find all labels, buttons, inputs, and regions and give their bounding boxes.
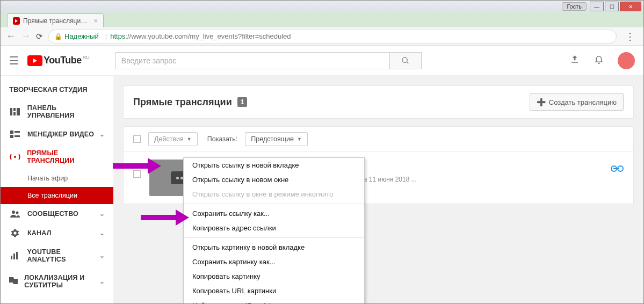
- sidebar-item-dashboard[interactable]: ПАНЕЛЬ УПРАВЛЕНИЯ: [1, 99, 113, 125]
- gear-icon: [9, 229, 21, 237]
- actions-label: Действия: [154, 135, 184, 143]
- sidebar: ТВОРЧЕСКАЯ СТУДИЯ ПАНЕЛЬ УПРАВЛЕНИЯ МЕНЕ…: [1, 76, 113, 304]
- chevron-down-icon: ⌄: [99, 210, 105, 218]
- analytics-icon: [9, 251, 20, 260]
- ctx-copy-image-url[interactable]: Копировать URL картинки: [184, 284, 364, 298]
- svg-rect-7: [15, 131, 20, 133]
- chevron-down-icon: ⌄: [99, 229, 105, 237]
- sidebar-item-community[interactable]: СООБЩЕСТВО ⌄: [1, 204, 113, 223]
- search-input[interactable]: [115, 52, 389, 69]
- sidebar-item-localization[interactable]: ЛОКАЛИЗАЦИЯ И СУБТИТРЫ ⌄: [1, 269, 113, 294]
- ctx-copy-link[interactable]: Копировать адрес ссылки: [184, 221, 364, 235]
- count-badge: 1: [237, 97, 248, 107]
- youtube-logo[interactable]: YouTube RU: [27, 55, 90, 66]
- nav-back-icon[interactable]: ←: [6, 31, 16, 42]
- chevron-down-icon: ⌄: [99, 252, 105, 259]
- url-host: ://www.youtube.com: [125, 32, 187, 40]
- ctx-separator: [184, 237, 364, 238]
- logo-text: YouTube: [44, 55, 82, 66]
- row-checkbox[interactable]: [133, 170, 141, 178]
- list-toolbar: Действия ▼ Показать: Предстоящие ▼: [124, 127, 633, 152]
- search-button[interactable]: [389, 52, 422, 69]
- ctx-copy-image[interactable]: Копировать картинку: [184, 269, 364, 284]
- dashboard-icon: [9, 107, 21, 116]
- url-field[interactable]: 🔒 Надежный | https://www.youtube.com/my_…: [48, 30, 617, 44]
- svg-rect-4: [13, 112, 16, 115]
- sidebar-item-analytics[interactable]: YOUTUBE ANALYTICS ⌄: [1, 243, 113, 269]
- lock-icon: 🔒: [54, 33, 62, 40]
- nav-reload-icon[interactable]: ⟳: [36, 32, 43, 41]
- sidebar-item-label: СООБЩЕСТВО: [27, 210, 78, 218]
- page-header-card: Прямые трансляции 1 ➕ Создать трансляцию: [123, 85, 634, 119]
- sidebar-item-channel[interactable]: КАНАЛ ⌄: [1, 223, 113, 243]
- os-maximize-button[interactable]: ☐: [605, 2, 619, 11]
- create-label: Создать трансляцию: [549, 98, 617, 106]
- page-title: Прямые трансляции: [133, 97, 232, 108]
- ctx-open-new-tab[interactable]: Открыть ссылку в новой вкладке: [184, 158, 364, 172]
- svg-line-1: [407, 62, 408, 63]
- sidebar-item-label: ПРЯМЫЕ ТРАНСЛЯЦИИ: [27, 149, 105, 164]
- svg-point-10: [14, 156, 16, 158]
- show-label: Показать:: [207, 135, 238, 143]
- svg-rect-3: [13, 108, 16, 111]
- favicon-icon: [13, 17, 20, 25]
- url-path: /my_live_events?filter=scheduled: [188, 32, 291, 40]
- live-icon: [9, 153, 20, 161]
- os-titlebar: Гость — ☐ ✕: [1, 1, 643, 12]
- notifications-icon[interactable]: [594, 54, 604, 67]
- url-https: https: [110, 32, 125, 40]
- plus-icon: ➕: [537, 98, 546, 106]
- filter-value: Предстоящие: [251, 135, 294, 143]
- actions-dropdown[interactable]: Действия ▼: [148, 132, 198, 146]
- os-close-button[interactable]: ✕: [620, 2, 641, 11]
- upload-icon[interactable]: [569, 54, 580, 67]
- video-manager-icon: [9, 130, 21, 139]
- ctx-save-image[interactable]: Сохранить картинку как...: [184, 255, 364, 269]
- svg-rect-5: [17, 108, 20, 115]
- address-bar: ← → ⟳ 🔒 Надежный | https://www.youtube.c…: [1, 27, 643, 46]
- tab-close-icon[interactable]: ×: [93, 17, 98, 25]
- sidebar-item-label: ПАНЕЛЬ УПРАВЛЕНИЯ: [27, 104, 105, 119]
- logo-region: RU: [83, 55, 90, 60]
- svg-rect-13: [11, 256, 12, 259]
- sidebar-heading: ТВОРЧЕСКАЯ СТУДИЯ: [1, 76, 113, 99]
- hamburger-icon[interactable]: ☰: [9, 54, 19, 67]
- sidebar-item-live[interactable]: ПРЯМЫЕ ТРАНСЛЯЦИИ: [1, 144, 113, 170]
- svg-rect-6: [10, 131, 13, 134]
- link-icon[interactable]: [611, 164, 624, 175]
- community-icon: [9, 209, 21, 218]
- browser-tab[interactable]: Прямые трансляции - Y ×: [7, 13, 104, 27]
- tabstrip: Прямые трансляции - Y ×: [1, 12, 643, 27]
- browser-menu-icon[interactable]: ⋮: [622, 31, 638, 42]
- sidebar-item-label: YOUTUBE ANALYTICS: [27, 248, 99, 263]
- select-all-checkbox[interactable]: [133, 135, 141, 143]
- svg-rect-15: [16, 252, 18, 259]
- context-menu: Открыть ссылку в новой вкладке Открыть с…: [183, 157, 365, 304]
- translate-icon: [9, 277, 18, 286]
- os-minimize-button[interactable]: —: [590, 2, 604, 11]
- ctx-save-link[interactable]: Сохранить ссылку как...: [184, 206, 364, 221]
- sidebar-item-video-manager[interactable]: МЕНЕДЖЕР ВИДЕО ⌄: [1, 125, 113, 144]
- caret-down-icon: ▼: [297, 136, 302, 142]
- yt-header: ☰ YouTube RU: [1, 46, 643, 76]
- ctx-open-image[interactable]: Открыть картинку в новой вкладке: [184, 240, 364, 255]
- sidebar-sub-start[interactable]: Начать эфир: [1, 170, 113, 187]
- create-broadcast-button[interactable]: ➕ Создать трансляцию: [530, 93, 624, 111]
- sidebar-sub-all[interactable]: Все трансляции: [1, 187, 113, 204]
- ctx-search-image[interactable]: Найти картинку (Google): [184, 298, 364, 304]
- sidebar-item-label: ЛОКАЛИЗАЦИЯ И СУБТИТРЫ: [24, 274, 99, 289]
- guest-pill[interactable]: Гость: [562, 2, 587, 11]
- tab-title: Прямые трансляции - Y: [23, 17, 89, 25]
- secure-label: Надежный: [64, 32, 99, 40]
- ctx-separator: [184, 204, 364, 204]
- ctx-open-new-window[interactable]: Открыть ссылку в новом окне: [184, 172, 364, 187]
- avatar[interactable]: [618, 52, 635, 69]
- svg-point-0: [402, 57, 407, 62]
- nav-forward-icon[interactable]: →: [21, 31, 31, 42]
- svg-rect-9: [15, 135, 20, 137]
- svg-point-11: [12, 211, 15, 214]
- search-box: [115, 52, 422, 69]
- svg-rect-2: [10, 108, 12, 115]
- filter-dropdown[interactable]: Предстоящие ▼: [245, 132, 308, 146]
- chevron-down-icon: ⌄: [99, 131, 105, 138]
